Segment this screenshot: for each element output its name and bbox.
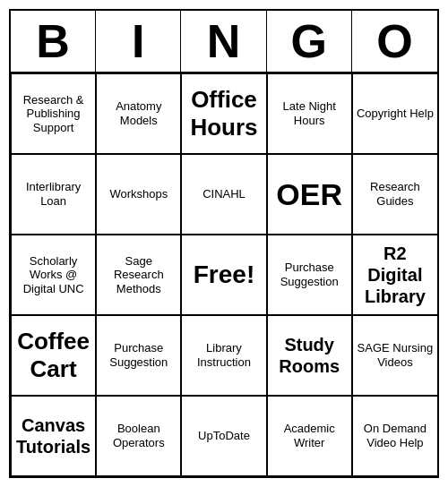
bingo-letter-o: O [352, 11, 437, 72]
bingo-cell-16: Purchase Suggestion [96, 315, 181, 396]
bingo-cell-18: Study Rooms [267, 315, 352, 396]
bingo-cell-22: UpToDate [181, 396, 266, 476]
bingo-cell-10: Scholarly Works @ Digital UNC [11, 235, 96, 315]
bingo-cell-13: Purchase Suggestion [267, 235, 352, 315]
bingo-cell-8: OER [267, 154, 352, 235]
bingo-letter-i: I [96, 11, 181, 72]
bingo-cell-23: Academic Writer [267, 396, 352, 476]
bingo-cell-4: Copyright Help [352, 73, 437, 154]
bingo-header: BINGO [11, 11, 437, 73]
bingo-cell-24: On Demand Video Help [352, 396, 437, 476]
bingo-letter-b: B [11, 11, 96, 72]
bingo-cell-2: Office Hours [181, 73, 266, 154]
bingo-cell-6: Workshops [96, 154, 181, 235]
bingo-cell-20: Canvas Tutorials [11, 396, 96, 476]
bingo-cell-11: Sage Research Methods [96, 235, 181, 315]
bingo-letter-n: N [181, 11, 266, 72]
bingo-card: BINGO Research & Publishing SupportAnato… [9, 9, 439, 478]
bingo-cell-3: Late Night Hours [267, 73, 352, 154]
bingo-cell-9: Research Guides [352, 154, 437, 235]
bingo-cell-7: CINAHL [181, 154, 266, 235]
bingo-cell-17: Library Instruction [181, 315, 266, 396]
bingo-cell-5: Interlibrary Loan [11, 154, 96, 235]
bingo-cell-15: Coffee Cart [11, 315, 96, 396]
bingo-cell-1: Anatomy Models [96, 73, 181, 154]
bingo-cell-12: Free! [181, 235, 266, 315]
bingo-cell-19: SAGE Nursing Videos [352, 315, 437, 396]
bingo-letter-g: G [267, 11, 352, 72]
bingo-cell-21: Boolean Operators [96, 396, 181, 476]
bingo-cell-0: Research & Publishing Support [11, 73, 96, 154]
bingo-cell-14: R2 Digital Library [352, 235, 437, 315]
bingo-grid: Research & Publishing SupportAnatomy Mod… [11, 73, 437, 476]
